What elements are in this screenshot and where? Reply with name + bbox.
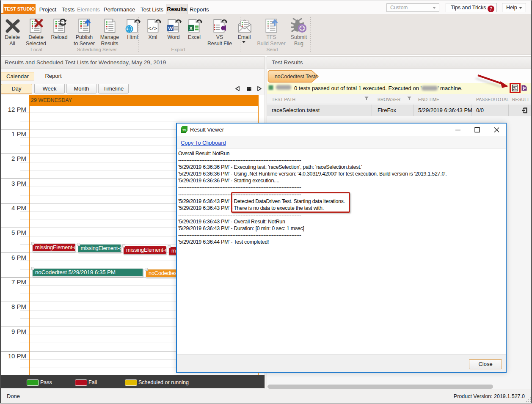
svg-text:W: W <box>168 25 173 31</box>
svg-text:TS: TS <box>182 128 187 132</box>
svg-text:X: X <box>189 25 193 31</box>
svg-text:</>: </> <box>148 26 157 31</box>
svg-text:noCodedtest Tests: noCodedtest Tests <box>275 74 318 80</box>
